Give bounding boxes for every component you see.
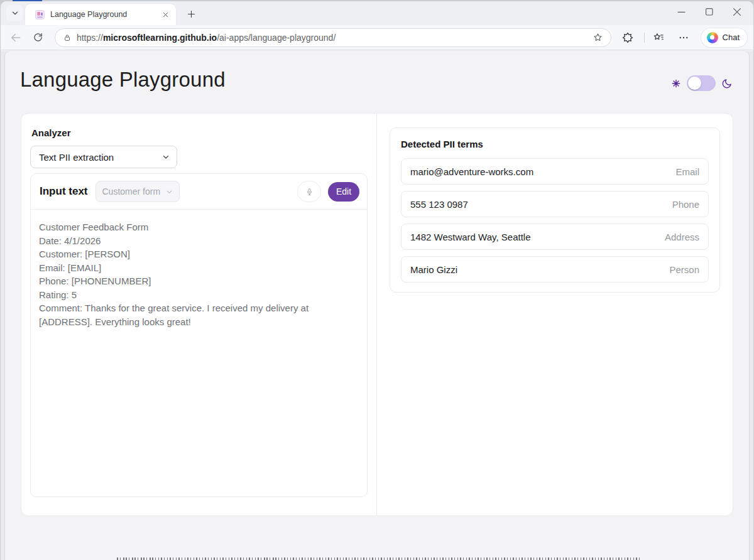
input-text-line: Comment: Thanks for the great service. I… <box>39 301 352 328</box>
tab-close-button[interactable] <box>160 9 171 20</box>
webpage: Language Playground Analyz <box>4 51 750 560</box>
detected-pii-title: Detected PII terms <box>401 139 709 149</box>
copilot-logo-icon <box>707 32 718 43</box>
window-controls <box>668 3 751 21</box>
browser-toolbar: https://microsoftlearning.github.io/ai-a… <box>1 25 753 50</box>
favorites-button[interactable] <box>650 29 667 46</box>
microphone-icon <box>305 188 314 196</box>
chevron-down-icon <box>162 153 170 161</box>
pii-item: 1482 Westward Way, Seattle Address <box>401 223 709 250</box>
toggle-knob <box>688 77 701 90</box>
pii-type-label: Person <box>669 264 699 275</box>
pii-item: 555 123 0987 Phone <box>401 191 709 217</box>
chat-button-label: Chat <box>723 33 740 42</box>
url-path: /ai-apps/language-playground/ <box>217 33 336 43</box>
new-tab-button[interactable] <box>183 6 199 21</box>
detected-pii-panel: Detected PII terms mario@adventure-works… <box>390 127 720 293</box>
copilot-chat-button[interactable]: Chat <box>701 28 747 47</box>
minimize-button[interactable] <box>668 3 696 21</box>
theme-toggle[interactable] <box>687 75 716 91</box>
close-icon <box>731 6 743 18</box>
input-text-header: Input text Customer form <box>31 174 367 210</box>
back-arrow-icon <box>9 31 22 44</box>
sample-select-disabled[interactable]: Customer form <box>96 181 180 202</box>
input-text-content: Customer Feedback Form Date: 4/1/2026 Cu… <box>31 210 367 328</box>
toolbar-divider <box>644 33 645 43</box>
star-icon <box>593 32 603 43</box>
page-frame: Language Playground Analyz <box>1 51 753 560</box>
input-text-line: Date: 4/1/2026 <box>39 234 352 248</box>
input-text-title: Input text <box>40 185 88 198</box>
active-tab[interactable]: Language Playground <box>25 4 176 25</box>
input-text-card: Input text Customer form <box>30 173 368 497</box>
browser-essentials-icon <box>621 31 634 44</box>
moon-icon <box>721 78 733 89</box>
back-button[interactable] <box>7 29 25 46</box>
input-text-line: Customer: [PERSON] <box>39 247 352 261</box>
edit-button[interactable]: Edit <box>328 182 359 202</box>
analyzer-select[interactable]: Text PII extraction <box>30 146 177 168</box>
more-horizontal-icon <box>678 32 689 43</box>
pii-type-label: Email <box>675 166 699 177</box>
pii-type-label: Phone <box>672 199 699 210</box>
refresh-button[interactable] <box>30 29 47 46</box>
input-text-line: Rating: 5 <box>39 288 352 302</box>
tab-search-button[interactable] <box>6 5 23 21</box>
pii-list: mario@adventure-works.com Email 555 123 … <box>401 158 709 283</box>
browser-essentials-button[interactable] <box>619 29 637 46</box>
mic-button[interactable] <box>297 181 321 202</box>
plus-icon <box>187 9 196 19</box>
pii-value: 555 123 0987 <box>410 199 468 210</box>
pii-item: mario@adventure-works.com Email <box>401 158 709 185</box>
url-domain: microsoftlearning.github.io <box>103 33 217 43</box>
analyzer-column: Analyzer Text PII extraction Input text … <box>21 114 377 515</box>
maximize-icon <box>703 6 716 18</box>
favorite-this-page-button[interactable] <box>593 32 603 43</box>
lock-icon <box>63 33 72 42</box>
refresh-icon <box>33 32 43 43</box>
footer-clipped-text <box>117 557 642 560</box>
chevron-down-icon <box>11 9 19 18</box>
maximize-button[interactable] <box>696 3 723 21</box>
url-scheme: https:// <box>77 33 103 43</box>
input-text-line: Email: [EMAIL] <box>39 261 352 275</box>
page-title: Language Playground <box>20 68 226 92</box>
close-window-button[interactable] <box>723 3 751 21</box>
settings-menu-button[interactable] <box>675 29 692 46</box>
sun-icon <box>671 78 681 89</box>
url-text: https://microsoftlearning.github.io/ai-a… <box>77 33 593 43</box>
sample-selected-option: Customer form <box>102 186 161 197</box>
address-bar[interactable]: https://microsoftlearning.github.io/ai-a… <box>55 28 611 47</box>
pii-item: Mario Gizzi Person <box>401 256 709 283</box>
theme-toggle-group <box>671 75 733 91</box>
pii-type-label: Address <box>665 232 699 242</box>
input-text-line: Customer Feedback Form <box>39 220 352 234</box>
favicon <box>35 10 45 19</box>
chevron-down-icon <box>166 188 173 195</box>
analyzer-selected-option: Text PII extraction <box>39 152 114 163</box>
minimize-icon <box>675 5 689 19</box>
results-column: Detected PII terms mario@adventure-works… <box>377 114 733 515</box>
close-icon <box>162 11 169 18</box>
browser-window: Language Playground <box>1 1 753 560</box>
tab-title: Language Playground <box>50 10 160 19</box>
main-panel: Analyzer Text PII extraction Input text … <box>21 113 733 516</box>
tab-strip: Language Playground <box>1 1 753 25</box>
pii-value: Mario Gizzi <box>410 264 457 275</box>
pii-value: mario@adventure-works.com <box>410 166 533 177</box>
favorites-star-list-icon <box>652 31 665 44</box>
pii-value: 1482 Westward Way, Seattle <box>410 232 530 242</box>
analyzer-label: Analyzer <box>31 127 368 138</box>
input-text-line: Phone: [PHONENUMBER] <box>39 274 352 288</box>
